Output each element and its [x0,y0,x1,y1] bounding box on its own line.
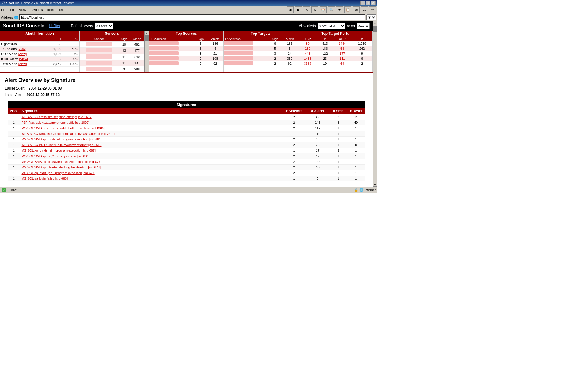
sig-name-link[interactable]: MS-SQL/SMB sp_delete_alert log file dele… [22,166,88,169]
address-input[interactable] [19,14,365,20]
home-button[interactable]: 🏠 [320,6,327,13]
title-bar-buttons[interactable]: _ □ ✕ [360,1,376,5]
menu-help[interactable]: Help [57,8,64,11]
history-button[interactable]: 📋 [344,6,351,13]
right-scrollbar[interactable]: ▲ ▼ [373,21,377,187]
or-on-select[interactable]: <---- [357,23,370,29]
sig-sid[interactable]: [sid 1497] [78,115,92,119]
sensor-alerts: 298 [130,66,144,72]
sig-name-link[interactable]: MS-SQL xp_cmdshell - program execution [22,149,83,152]
sensor-ip-cell [80,48,118,54]
sig-prio: 1 [8,159,20,165]
sig-alerts-col: # Alerts [306,108,330,114]
sig-name-link[interactable]: MS-SQL/SMB raiserror possible buffer ove… [22,126,90,130]
view-link[interactable]: [View] [17,47,26,51]
sensors-section: Sensors Sensor Sigs Alerts 19 482 13 177… [80,31,149,72]
sig-name-link[interactable]: MS-SQL/SMB xp_reg* registry access [22,154,76,158]
target-row: 2 352 [224,56,298,61]
menu-bar: File Edit View Favorites Tools Help ◀ ▶ … [0,6,377,14]
sig-sid[interactable]: [sid 2441] [101,132,115,135]
forward-button[interactable]: ▶ [295,6,302,13]
favorites-nav-button[interactable]: ★ [336,6,343,13]
stop-button[interactable]: ✕ [303,6,310,13]
port-row: 1433 23 111 6 [298,56,372,61]
sig-name-link[interactable]: MS-SQL sp_start_job - program execution [22,171,82,175]
refresh-nav-button[interactable]: ↻ [311,6,318,13]
menu-file[interactable]: File [1,8,6,11]
sig-dests-val: 1 [347,165,365,170]
sensor-row: 13 177 [80,48,144,54]
print-button[interactable]: 🖨 [361,6,368,13]
right-scroll-thumb[interactable] [373,26,377,32]
sig-sid[interactable]: [sid 688] [55,177,68,180]
sig-name-link[interactable]: MS-SQL/SMB sp_password password change [22,160,88,163]
sig-sid[interactable]: [sid 677] [89,160,101,163]
sig-sid[interactable]: [sid 1386] [91,126,105,130]
sig-name-link[interactable]: WEB-MISC NetObserve authentication bypas… [22,132,100,135]
sensor-ip-cell [80,42,118,48]
sig-sensors-val: 2 [282,137,306,142]
sig-sid[interactable]: [sid 678] [88,166,101,169]
view-select[interactable]: since 6 AM since midnight last hour last… [318,23,345,29]
sig-sid[interactable]: [sid 681] [89,138,102,141]
sig-sid[interactable]: [sid 673] [83,171,95,175]
source-ip [149,61,194,66]
sig-name: MS-SQL/SMB xp_reg* registry access [sid … [20,153,282,159]
sig-name-link[interactable]: MS-SQL sa login failed [22,177,55,180]
view-link[interactable]: [View] [19,57,28,61]
source-ip-blurred [149,61,179,65]
sig-alerts-val: 6 [306,170,330,176]
udp-port[interactable]: 111 [333,56,352,61]
udp-port[interactable]: 1434 [333,41,352,46]
tcp-num-col: # [317,37,333,41]
sig-name-link[interactable]: MS-SQL/SMB xp_cmdshell program execution [22,138,88,141]
maximize-button[interactable]: □ [366,1,370,5]
menu-favorites[interactable]: Favorites [29,8,43,11]
tcp-port[interactable]: 3389 [298,61,317,66]
sensors-scrollbar[interactable]: ▲ ▼ [144,31,149,72]
signature-row: 1 WEB-MISC NetObserve authentication byp… [8,131,365,137]
close-button[interactable]: ✕ [371,1,376,5]
menu-edit[interactable]: Edit [10,8,16,11]
sig-sid[interactable]: [sid 687] [83,149,96,152]
mail-button[interactable]: ✉ [353,6,360,13]
source-row: 5 5 [149,46,223,51]
address-dropdown[interactable]: ▼ [366,14,376,20]
tcp-port[interactable]: 1433 [298,56,317,61]
edit-nav-button[interactable]: ✏ [369,6,376,13]
menu-view[interactable]: View [19,8,26,11]
sig-dests-val: 2 [347,114,365,120]
earliest-value: 2004-12-29 06:01:03 [29,86,62,90]
udp-port[interactable]: 53 [333,46,352,51]
tcp-port[interactable]: 139 [298,46,317,51]
port-row: 80 513 1434 1,259 [298,41,372,46]
minimize-button[interactable]: _ [360,1,365,5]
search-nav-button[interactable]: 🔍 [328,6,335,13]
target-ip-blurred [224,41,253,45]
sig-sid[interactable]: [sid 689] [77,154,90,158]
tcp-port[interactable]: 443 [298,51,317,56]
refresh-select[interactable]: 30 secs. 15 secs. 1 min. 5 min. Off [95,23,113,29]
tcp-port[interactable]: 80 [298,41,317,46]
scroll-down-button[interactable]: ▼ [145,68,149,72]
udp-port[interactable]: 69 [333,61,352,66]
right-scroll-down[interactable]: ▼ [373,183,377,187]
unfilter-link[interactable]: Unfilter [49,24,60,28]
sig-prio: 1 [8,114,20,120]
source-alerts: 5 [207,46,223,51]
right-scroll-up[interactable]: ▲ [373,21,377,25]
sig-sensors-val: 2 [282,120,306,125]
scroll-up-button[interactable]: ▲ [145,31,149,35]
udp-port[interactable]: 177 [333,51,352,56]
sig-sid[interactable]: [sid 1699] [75,121,90,124]
scroll-thumb[interactable] [145,35,149,41]
sig-name-link[interactable]: WEB-MISC cross site scripting attempt [22,115,78,119]
sig-name-link[interactable]: P2P Fastrack kazaa/morpheus traffic [22,121,75,124]
sig-sid[interactable]: [sid 2515] [88,143,103,147]
view-link[interactable]: [View] [18,52,27,56]
menu-tools[interactable]: Tools [47,8,54,11]
sensor-sigs: 9 [118,66,130,72]
sig-name-link[interactable]: WEB-MISC PCT Client Hello overflow attem… [22,143,88,147]
view-link[interactable]: [View] [18,62,27,66]
back-button[interactable]: ◀ [287,6,294,13]
